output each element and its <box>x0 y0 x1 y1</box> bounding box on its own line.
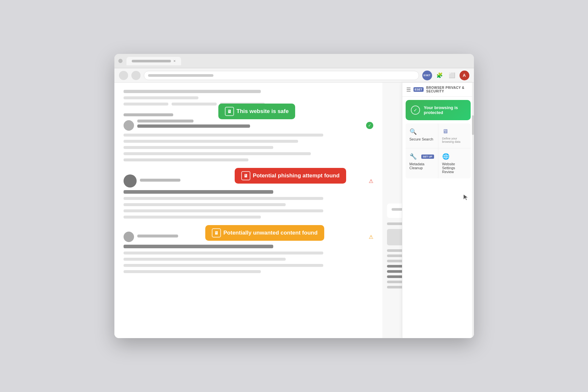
eset-logo-text: ESET <box>424 74 430 77</box>
website-settings-label: Website Settings Review <box>442 162 467 174</box>
grid-cell-secure-search[interactable]: 🔍 Secure Search <box>406 123 438 148</box>
eset-logo-box: ESET <box>413 87 424 92</box>
avatar-3 <box>124 232 134 242</box>
user-avatar[interactable]: A <box>460 71 469 80</box>
panel-title: BROWSER PRIVACY & SECURITY <box>426 86 470 93</box>
unwanted-warning-icon: ⚠ <box>369 234 373 240</box>
panel-logo: ESET <box>413 87 424 92</box>
extensions-icon[interactable]: 🧩 <box>435 71 445 80</box>
main-area: ✓ 🖥 This website is safe <box>114 83 474 338</box>
puzzle-icon: 🧩 <box>436 72 443 78</box>
title-bar: × <box>114 54 474 68</box>
tab-icon: ⬜ <box>449 72 455 78</box>
window-controls <box>118 59 123 63</box>
protected-text: Your browsing is protected <box>424 105 465 115</box>
tab-view-icon[interactable]: ⬜ <box>447 71 457 80</box>
website-settings-icon: 🌐 <box>442 153 467 160</box>
close-button[interactable] <box>118 59 123 63</box>
browser-tab[interactable]: × <box>126 57 181 65</box>
address-text <box>148 74 213 77</box>
page-content: ✓ 🖥 This website is safe <box>114 83 382 338</box>
safe-badge-text: This website is safe <box>237 108 289 115</box>
protected-banner: ✓ Your browsing is protected <box>406 100 471 120</box>
check-mark: ✓ <box>366 122 373 129</box>
secure-search-icon: 🔍 <box>410 128 434 135</box>
forward-button[interactable] <box>131 71 141 80</box>
panel-scrollbar[interactable] <box>472 83 474 338</box>
grid-cell-website-settings[interactable]: 🌐 Website Settings Review <box>438 148 471 178</box>
setup-badge: SET UP <box>421 155 434 159</box>
grid-cell-metadata[interactable]: 🔧 SET UP Metadata Cleanup <box>406 148 438 178</box>
grid-cell-browsing-data[interactable]: 🖥 Define your browsing data <box>438 123 471 148</box>
unwanted-badge-icon: 🖥 <box>212 228 221 237</box>
safe-badge: 🖥 This website is safe <box>218 104 295 119</box>
protected-check-icon: ✓ <box>411 106 420 115</box>
panel-scrollbar-thumb <box>472 115 474 135</box>
avatar-label: A <box>463 73 466 78</box>
panel-menu-icon[interactable]: ☰ <box>406 87 411 93</box>
panel-feature-grid: 🔍 Secure Search 🖥 Define your browsing d… <box>406 123 471 178</box>
avatar-1 <box>124 120 134 131</box>
unwanted-badge-text: Potentially unwanted content found <box>224 230 318 236</box>
tab-title <box>132 60 171 62</box>
metadata-label: Metadata Cleanup <box>410 162 434 170</box>
back-button[interactable] <box>119 71 128 80</box>
address-bar[interactable] <box>144 71 419 80</box>
safe-badge-icon: 🖥 <box>225 107 234 116</box>
metadata-icon: 🔧 <box>410 153 417 160</box>
eset-panel: ☰ ESET BROWSER PRIVACY & SECURITY ✓ Your… <box>402 83 474 338</box>
browsing-data-sublabel: Define your browsing data <box>442 137 467 143</box>
browser-toolbar-icons: ESET 🧩 ⬜ A <box>422 71 469 80</box>
phishing-badge-icon: 🖥 <box>241 171 250 180</box>
panel-header: ☰ ESET BROWSER PRIVACY & SECURITY <box>402 83 474 97</box>
phishing-badge: 🖥 Potential phishing attempt found <box>235 168 346 184</box>
tab-close-button[interactable]: × <box>174 59 176 63</box>
phishing-warning-icon: ⚠ <box>369 178 373 184</box>
avatar-2 <box>124 174 137 188</box>
tab-bar: × <box>126 57 181 65</box>
nav-bar: ESET 🧩 ⬜ A <box>114 68 474 83</box>
browser-window: × ESET 🧩 ⬜ A <box>114 54 474 338</box>
phishing-badge-text: Potential phishing attempt found <box>253 172 340 179</box>
eset-extension-icon[interactable]: ESET <box>422 71 432 80</box>
cursor-indicator <box>463 194 469 203</box>
unwanted-badge: 🖥 Potentially unwanted content found <box>205 225 324 241</box>
browsing-data-icon: 🖥 <box>442 128 467 135</box>
secure-search-label: Secure Search <box>410 137 434 141</box>
